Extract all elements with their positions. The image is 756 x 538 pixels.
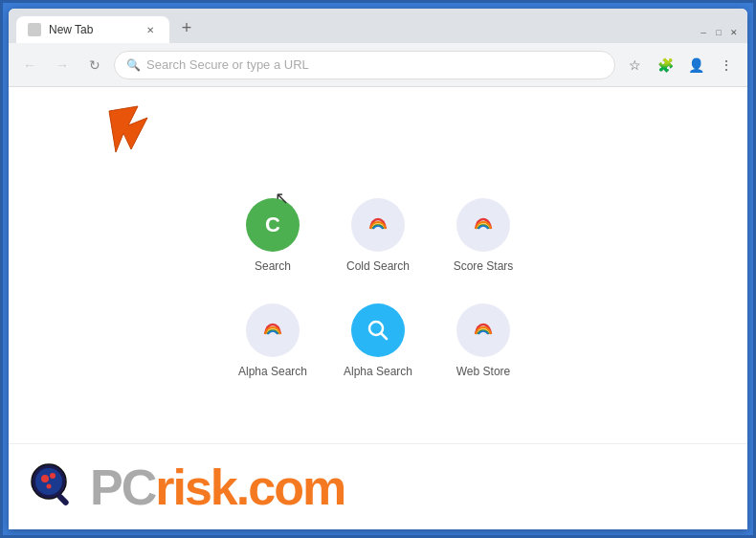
shortcut-icon-search: C xyxy=(246,198,300,252)
svg-rect-13 xyxy=(56,493,70,506)
tab-favicon xyxy=(28,23,41,36)
tab-close-button[interactable]: ✕ xyxy=(143,22,158,37)
close-button[interactable] xyxy=(728,26,740,37)
arrow-icon xyxy=(95,97,171,173)
minimize-button[interactable] xyxy=(698,26,709,37)
watermark-logo xyxy=(28,460,80,513)
shortcut-icon-cold-search xyxy=(351,198,405,252)
tab-title: New Tab xyxy=(49,23,135,36)
forward-button[interactable]: → xyxy=(49,52,76,78)
shortcut-label-web-store: Web Store xyxy=(456,365,510,378)
watermark-brand-orange: risk.com xyxy=(155,460,345,515)
new-tab-button[interactable]: + xyxy=(173,14,200,41)
watermark-text: PCrisk.com xyxy=(90,462,345,512)
lock-icon: 🔍 xyxy=(126,58,141,72)
browser-window: New Tab ✕ + ← → ↻ 🔍 Search Secure or typ… xyxy=(9,9,747,529)
shortcut-score-stars[interactable]: Score Stars xyxy=(445,198,522,294)
shortcut-label-score-stars: Score Stars xyxy=(454,259,514,273)
shortcut-cold-search[interactable]: Cold Search xyxy=(340,198,416,294)
shortcut-alpha-search-2[interactable]: Alpha Search xyxy=(340,303,416,399)
page-content: ↖ C Search xyxy=(9,87,747,529)
shortcut-search[interactable]: C Search xyxy=(234,198,311,294)
active-tab[interactable]: New Tab ✕ xyxy=(16,16,169,43)
shortcut-icon-web-store xyxy=(456,303,510,357)
shortcut-label-cold-search: Cold Search xyxy=(346,259,410,273)
back-button[interactable]: ← xyxy=(16,52,43,78)
watermark-brand-gray: PC xyxy=(90,460,155,515)
shortcut-icon-alpha-search-1 xyxy=(246,303,300,357)
profile-button[interactable]: 👤 xyxy=(682,52,709,78)
svg-point-10 xyxy=(41,475,49,482)
svg-line-6 xyxy=(381,333,387,339)
toolbar: ← → ↻ 🔍 Search Secure or type a URL ☆ 🧩 … xyxy=(9,43,747,87)
svg-point-12 xyxy=(47,484,52,489)
maximize-button[interactable] xyxy=(713,26,724,37)
shortcut-alpha-search-1[interactable]: Alpha Search xyxy=(234,303,311,399)
shortcut-label-alpha-search-1: Alpha Search xyxy=(238,365,307,378)
extensions-button[interactable]: 🧩 xyxy=(652,52,678,78)
bookmark-button[interactable]: ☆ xyxy=(621,52,648,78)
shortcut-label-search: Search xyxy=(255,259,291,273)
arrow-annotation xyxy=(95,97,171,177)
shortcut-icon-alpha-search-2 xyxy=(351,303,405,357)
shortcuts-grid: C Search Cold Search xyxy=(234,198,522,399)
address-input[interactable]: Search Secure or type a URL xyxy=(146,57,603,72)
window-controls xyxy=(698,26,740,37)
shortcut-icon-score-stars xyxy=(456,198,510,252)
shortcut-label-alpha-search-2: Alpha Search xyxy=(344,365,412,378)
menu-button[interactable]: ⋮ xyxy=(713,52,740,78)
svg-point-9 xyxy=(35,468,62,495)
watermark: PCrisk.com xyxy=(9,443,747,529)
shortcut-web-store[interactable]: Web Store xyxy=(445,303,522,399)
title-bar: New Tab ✕ + xyxy=(9,9,747,43)
reload-button[interactable]: ↻ xyxy=(81,52,108,78)
pcrisk-logo-icon xyxy=(28,460,80,513)
toolbar-right: ☆ 🧩 👤 ⋮ xyxy=(621,52,740,78)
svg-point-11 xyxy=(50,473,56,479)
address-bar[interactable]: 🔍 Search Secure or type a URL xyxy=(114,51,615,79)
svg-marker-1 xyxy=(109,106,147,152)
